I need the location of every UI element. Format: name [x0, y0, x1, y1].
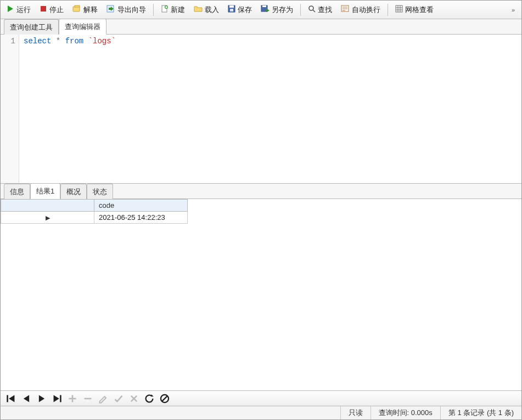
find-label: 查找	[318, 5, 332, 15]
status-query-time: 查询时间: 0.000s	[371, 406, 440, 419]
saveas-icon	[261, 5, 270, 14]
stop-icon	[40, 5, 47, 14]
run-button[interactable]: 运行	[3, 3, 35, 17]
column-header-code[interactable]: code	[94, 200, 188, 212]
save-icon	[228, 5, 235, 14]
load-button[interactable]: 载入	[190, 3, 223, 17]
keyword-from: from	[65, 37, 84, 46]
cell-code[interactable]: 2021-06-25 14:22:23	[94, 212, 188, 224]
cancel-edit-button[interactable]	[129, 394, 139, 404]
svg-marker-29	[54, 395, 59, 402]
sql-identifier: `logs`	[88, 37, 116, 46]
grid-icon	[395, 5, 403, 14]
prev-record-button[interactable]	[21, 394, 31, 404]
toolbar-overflow-button[interactable]: »	[507, 7, 519, 13]
svg-rect-1	[41, 6, 46, 12]
svg-marker-31	[151, 394, 154, 396]
separator	[388, 4, 388, 16]
stop-query-button[interactable]	[160, 394, 170, 404]
explain-label: 解释	[83, 5, 98, 15]
separator	[153, 4, 154, 16]
svg-marker-26	[9, 395, 14, 402]
tab-messages[interactable]: 信息	[4, 184, 30, 199]
stop-button[interactable]: 停止	[36, 3, 68, 17]
edit-record-button[interactable]	[98, 394, 108, 404]
explain-icon	[72, 5, 81, 14]
run-label: 运行	[16, 5, 31, 15]
wrap-icon	[341, 5, 350, 14]
keyword-select: select	[24, 37, 51, 46]
wordwrap-button[interactable]: 自动换行	[337, 3, 384, 17]
table-row[interactable]: ▶ 2021-06-25 14:22:23	[1, 212, 188, 224]
search-icon	[308, 5, 316, 14]
result-panel[interactable]: code ▶ 2021-06-25 14:22:23	[1, 199, 521, 391]
wordwrap-label: 自动换行	[352, 5, 380, 15]
record-navigator	[1, 391, 521, 406]
editor-tabs: 查询创建工具 查询编辑器	[1, 19, 521, 35]
new-label: 新建	[171, 5, 185, 15]
svg-rect-12	[262, 5, 266, 7]
export-icon	[106, 5, 115, 14]
saveas-label: 另存为	[272, 5, 293, 15]
line-gutter: 1	[1, 35, 19, 183]
gridview-label: 网格查看	[405, 5, 434, 15]
status-bar: 只读 查询时间: 0.000s 第 1 条记录 (共 1 条)	[1, 406, 521, 419]
svg-rect-3	[75, 5, 80, 7]
new-file-icon	[161, 5, 169, 14]
sql-editor[interactable]: 1 select * from `logs`	[1, 35, 521, 184]
svg-rect-9	[229, 5, 234, 8]
folder-open-icon	[194, 5, 203, 14]
post-edit-button[interactable]	[114, 394, 124, 404]
explain-button[interactable]: 解释	[69, 3, 102, 17]
line-number: 1	[1, 37, 15, 46]
row-marker: ▶	[1, 212, 94, 224]
svg-rect-20	[396, 5, 402, 12]
tab-status[interactable]: 状态	[87, 184, 113, 199]
delete-record-button[interactable]	[83, 394, 93, 404]
save-button[interactable]: 保存	[224, 3, 256, 17]
last-record-button[interactable]	[52, 394, 62, 404]
first-record-button[interactable]	[6, 394, 16, 404]
svg-marker-0	[8, 5, 13, 12]
current-row-icon: ▶	[46, 214, 50, 221]
play-icon	[7, 5, 14, 14]
refresh-button[interactable]	[144, 394, 154, 404]
export-label: 导出向导	[117, 5, 146, 15]
next-record-button[interactable]	[37, 394, 47, 404]
tab-profile[interactable]: 概况	[60, 184, 87, 199]
status-record-count: 第 1 条记录 (共 1 条)	[440, 406, 521, 419]
tab-result1[interactable]: 结果1	[30, 183, 60, 199]
stop-label: 停止	[49, 5, 64, 15]
new-button[interactable]: 新建	[157, 3, 189, 17]
result-grid[interactable]: code ▶ 2021-06-25 14:22:23	[1, 199, 188, 224]
save-label: 保存	[238, 5, 252, 15]
gridview-button[interactable]: 网格查看	[391, 3, 437, 17]
saveas-button[interactable]: 另存为	[257, 3, 297, 17]
status-readonly: 只读	[340, 406, 371, 419]
svg-marker-27	[24, 395, 29, 402]
svg-rect-10	[230, 9, 233, 12]
row-marker-header	[1, 200, 94, 212]
separator	[300, 4, 301, 16]
insert-record-button[interactable]	[68, 394, 77, 404]
export-wizard-button[interactable]: 导出向导	[103, 3, 150, 17]
tab-query-editor[interactable]: 查询编辑器	[59, 19, 106, 35]
load-label: 载入	[205, 5, 219, 15]
svg-marker-28	[39, 395, 44, 402]
tab-query-builder[interactable]: 查询创建工具	[4, 19, 59, 35]
sql-star: *	[56, 37, 60, 46]
svg-rect-25	[7, 395, 8, 402]
toolbar: 运行 停止 解释 导出向导 新建	[1, 1, 521, 19]
svg-line-15	[313, 10, 315, 12]
find-button[interactable]: 查找	[304, 3, 336, 17]
svg-point-14	[309, 6, 313, 10]
result-tabs: 信息 结果1 概况 状态	[1, 184, 521, 199]
svg-line-33	[162, 395, 167, 401]
svg-rect-30	[60, 395, 61, 402]
sql-code[interactable]: select * from `logs`	[19, 35, 521, 183]
